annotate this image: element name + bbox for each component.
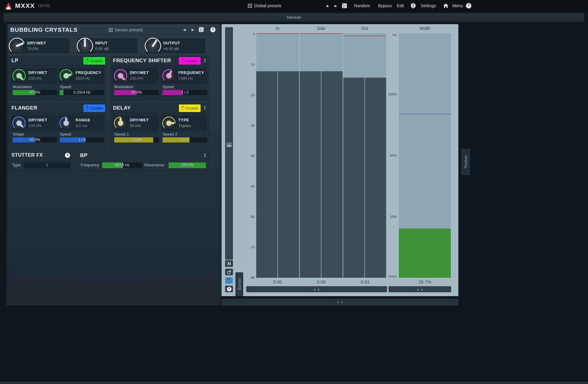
meter-help-button[interactable]: ? [225,286,233,292]
db-scale-label: -40 [241,154,255,158]
flanger-drywet-knob[interactable] [12,116,26,131]
meter-out [343,33,386,278]
home-icon[interactable] [443,4,448,8]
module-spinner[interactable]: ▲▼ [203,153,207,158]
stutter-help-button[interactable]: ? [65,153,70,158]
knob-label: FREQUENCY [178,70,204,75]
db-scale-label: -20 [241,93,255,97]
pause-button[interactable] [225,260,233,267]
knob-label: TYPE [178,118,191,122]
fs-drywet-knob[interactable] [114,69,128,84]
power-icon [181,107,185,110]
meter-vertical-slider[interactable] [225,27,233,260]
delay-type-knob[interactable] [162,116,176,131]
bottom-scrollbar[interactable]: ‹› [221,299,458,306]
master-output-knob[interactable] [144,37,161,56]
device-presets-button[interactable]: Device presets [115,27,143,32]
flanger-range-knob[interactable] [59,116,73,131]
lp-frequency-knob[interactable] [59,69,73,84]
meter-out-right-fill [365,78,386,278]
peak-line [300,33,343,34]
bp-resonance-slider[interactable]: 100.0% [169,162,206,168]
tab-devices[interactable]: Devices [4,13,584,22]
divider [112,113,207,114]
knob-value: 50.0% [130,123,149,128]
module-stutter-fx: STUTTER FX ? Type 1 [9,151,73,171]
bp-frequency-slider[interactable]: 363.9 Hz [102,162,142,168]
master-drywet-knob[interactable] [8,37,25,56]
module-title[interactable]: DELAY [113,105,131,111]
lp-enable-button[interactable]: Enable [83,57,105,65]
meter-width-fill [399,229,451,278]
flanger-shape-slider[interactable]: 50.0% [13,137,57,142]
resize-button[interactable] [225,269,233,275]
master-output-group: OUTPUT +6.00 dB [145,38,205,53]
module-title[interactable]: FREQUENCY SHIFTER [113,58,171,64]
toolbar-tab[interactable]: Toolbar [461,149,470,175]
delay-drywet-knob[interactable] [114,116,128,131]
knob-value: 3.0 ms [76,123,90,128]
module-title[interactable]: STUTTER FX [11,152,43,158]
settings-button[interactable]: Settings [421,0,436,11]
delay-type-group: TYPE Triplets [161,115,207,131]
meter-power-button[interactable] [225,277,233,284]
module-spinner[interactable]: ▲▼ [203,58,207,63]
knob-label: DRY/WET [27,41,46,45]
delay-speed2-slider[interactable]: 1 / 8 [163,137,207,142]
fs-frequency-knob[interactable] [162,69,176,84]
module-title[interactable]: LP [11,58,18,64]
bypass-button[interactable]: Bypass [378,0,392,11]
random-dice-icon[interactable] [342,3,347,8]
alert-shield-icon[interactable] [411,3,416,8]
meter-in-left-fill [256,71,277,278]
slider-label: Speed 2 [163,132,177,136]
knob-label: RANGE [76,118,90,122]
random-button[interactable]: Random [354,0,370,11]
device-preset-next-button[interactable]: ▶ [192,28,194,32]
preset-name[interactable]: BUBBLING CRYSTALS [10,27,78,33]
type-label: Type [12,163,21,167]
module-title[interactable]: BP [80,152,88,158]
global-presets-button[interactable]: Global presets [254,0,281,11]
fs-modulation-slider[interactable]: 50.0% [114,90,159,95]
power-icon [86,107,89,110]
device-preset-prev-button[interactable]: ◀ [183,28,186,32]
preset-prev-button[interactable]: ◀ [326,0,328,11]
slider-label: Speed [60,85,71,89]
delay-speed1-slider[interactable]: 1 / 64 [114,137,159,142]
knob-label: DRY/WET [130,70,149,75]
fs-speed-slider[interactable]: 1 / 2 [163,90,207,95]
flanger-drywet-group: DRY/WET 100.0% [11,115,57,131]
slider-label: Modulation [114,85,134,89]
delay-enable-button[interactable]: Enable [179,104,201,112]
width-zoom-scrollbar[interactable]: ‹› [389,286,451,292]
preset-next-button[interactable]: ▶ [334,0,337,11]
panel-scrollbar[interactable] [6,24,8,289]
bar-chart-icon [227,143,231,147]
device-help-button[interactable]: ? [210,27,215,32]
module-frequency-shifter: FREQUENCY SHIFTER Enable ▲▼ DRY/WET 100.… [111,56,208,100]
flanger-enable-button[interactable]: Enable [83,104,105,112]
module-title[interactable]: FLANGER [11,105,37,111]
app-version: (15.00) [38,0,50,11]
meter-readout-out: -0.61 [343,279,386,284]
stutter-type-value[interactable]: 1 [24,162,70,168]
device-presets-icon [109,28,113,32]
knob-value: 100.0% [28,123,47,128]
module-flanger: FLANGER Enable DRY/WET 100.0% RANGE 3.0 … [9,103,106,147]
bands-tab[interactable]: Bands [235,272,243,296]
device-random-dice-icon[interactable] [199,27,204,32]
master-input-knob[interactable] [76,37,93,56]
module-spinner[interactable]: ▲▼ [203,106,207,110]
help-button[interactable]: ? [466,3,471,8]
frequency-shifter-enable-button[interactable]: Enable [179,57,201,65]
lp-frequency-group: FREQUENCY 3500 Hz [59,68,104,84]
edit-button[interactable]: Edit [397,0,404,11]
meter-zoom-scrollbar[interactable]: ‹› [246,286,387,292]
db-scale-label: -30 [241,124,255,127]
lp-modulation-slider[interactable]: 50.0% [13,90,57,95]
menu-button[interactable]: Menu [452,0,463,11]
lp-drywet-knob[interactable] [12,69,26,84]
flanger-speed-slider[interactable]: 1 / 8 [60,137,104,142]
lp-speed-slider[interactable]: 0.2314 Hz [60,90,104,95]
